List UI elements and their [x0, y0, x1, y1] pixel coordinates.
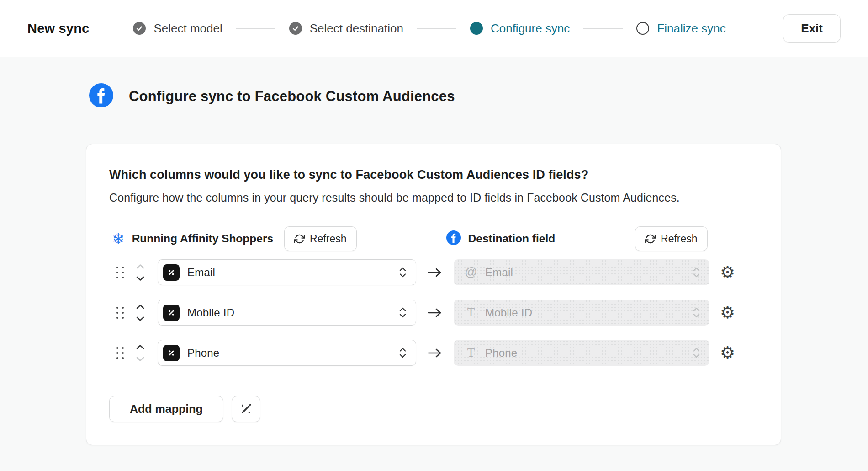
- main-content: Configure sync to Facebook Custom Audien…: [0, 57, 868, 445]
- destination-field-value: Mobile ID: [485, 306, 532, 319]
- snowflake-icon: ❄: [112, 231, 125, 246]
- maps-to-arrow-icon: [416, 348, 454, 359]
- move-up-icon: [136, 264, 145, 269]
- move-down-icon[interactable]: [136, 276, 145, 281]
- source-column-select[interactable]: Phone: [158, 340, 416, 366]
- source-column-header: ❄ Running Affinity Shoppers Refresh: [112, 226, 357, 251]
- mapping-settings-gear-icon[interactable]: ⚙: [720, 264, 735, 281]
- facebook-icon: [446, 230, 461, 247]
- page-title: New sync: [27, 21, 89, 36]
- mapping-question: Which columns would you like to sync to …: [109, 168, 758, 182]
- drag-handle-icon[interactable]: [116, 347, 124, 359]
- mapping-settings-gear-icon[interactable]: ⚙: [720, 304, 735, 321]
- move-up-icon[interactable]: [136, 304, 145, 310]
- select-chevrons-icon: [399, 267, 407, 278]
- column-type-icon: [163, 345, 180, 361]
- step-select-model[interactable]: Select model: [133, 21, 222, 36]
- maps-to-arrow-icon: [416, 307, 454, 318]
- step-label: Finalize sync: [657, 21, 725, 36]
- mapping-card: Which columns would you like to sync to …: [86, 144, 781, 445]
- select-chevrons-icon: [693, 348, 700, 358]
- check-circle-icon: [133, 22, 146, 35]
- source-column-value: Phone: [187, 347, 219, 359]
- refresh-icon: [645, 234, 656, 244]
- move-down-icon: [136, 356, 145, 362]
- destination-field-select-disabled: @ Email: [454, 259, 709, 285]
- exit-button[interactable]: Exit: [783, 14, 841, 43]
- text-type-icon: T: [464, 347, 478, 359]
- text-type-icon: T: [464, 306, 478, 319]
- step-label: Select destination: [310, 21, 403, 36]
- empty-circle-icon: [636, 22, 649, 35]
- step-select-destination[interactable]: Select destination: [289, 21, 403, 36]
- top-bar: New sync Select model Select destination…: [0, 0, 868, 57]
- sync-stepper: Select model Select destination Configur…: [133, 21, 725, 36]
- mapping-description: Configure how the columns in your query …: [109, 191, 758, 204]
- destination-heading: Configure sync to Facebook Custom Audien…: [89, 83, 868, 109]
- select-chevrons-icon: [399, 307, 407, 318]
- refresh-icon: [294, 234, 305, 244]
- step-label: Select model: [153, 21, 222, 36]
- select-chevrons-icon: [693, 307, 700, 318]
- source-column-select[interactable]: Mobile ID: [158, 300, 416, 326]
- drag-handle-icon[interactable]: [116, 267, 124, 278]
- destination-field-select-disabled: T Phone: [454, 340, 709, 366]
- step-finalize-sync[interactable]: Finalize sync: [636, 21, 725, 36]
- source-refresh-button[interactable]: Refresh: [284, 226, 357, 251]
- active-dot-icon: [470, 22, 483, 35]
- source-model-name: Running Affinity Shoppers: [132, 232, 273, 245]
- facebook-icon: [89, 83, 113, 109]
- source-column-value: Email: [187, 266, 215, 279]
- destination-field-label: Destination field: [468, 232, 556, 245]
- step-connector: [583, 28, 623, 29]
- magic-wand-icon: [239, 403, 252, 416]
- move-up-icon[interactable]: [136, 344, 145, 350]
- step-connector: [417, 28, 456, 29]
- mapping-footer: Add mapping: [109, 396, 758, 422]
- select-chevrons-icon: [693, 267, 700, 278]
- destination-field-value: Phone: [485, 347, 517, 359]
- destination-column-header: Destination field Refresh: [446, 226, 708, 251]
- destination-refresh-button[interactable]: Refresh: [635, 226, 708, 251]
- mapping-row: Email @ Email ⚙: [109, 259, 758, 285]
- check-circle-icon: [289, 22, 302, 35]
- source-column-select[interactable]: Email: [158, 259, 416, 285]
- mapping-row: Phone T Phone ⚙: [109, 340, 758, 366]
- step-connector: [236, 28, 275, 29]
- auto-map-button[interactable]: [232, 396, 260, 422]
- drag-handle-icon[interactable]: [116, 307, 124, 319]
- mapping-settings-gear-icon[interactable]: ⚙: [720, 344, 735, 361]
- select-chevrons-icon: [399, 348, 407, 358]
- add-mapping-button[interactable]: Add mapping: [109, 396, 223, 422]
- destination-field-select-disabled: T Mobile ID: [454, 300, 709, 326]
- maps-to-arrow-icon: [416, 267, 454, 278]
- mapping-columns-header: ❄ Running Affinity Shoppers Refresh Dest…: [109, 226, 758, 251]
- column-type-icon: [163, 264, 180, 281]
- destination-field-value: Email: [485, 266, 513, 279]
- column-type-icon: [163, 305, 180, 321]
- step-label: Configure sync: [491, 21, 570, 36]
- email-at-icon: @: [464, 266, 478, 278]
- move-down-icon[interactable]: [136, 316, 145, 321]
- mapping-row: Mobile ID T Mobile ID ⚙: [109, 300, 758, 326]
- configure-sync-title: Configure sync to Facebook Custom Audien…: [129, 88, 455, 105]
- step-configure-sync[interactable]: Configure sync: [470, 21, 570, 36]
- source-column-value: Mobile ID: [187, 306, 234, 319]
